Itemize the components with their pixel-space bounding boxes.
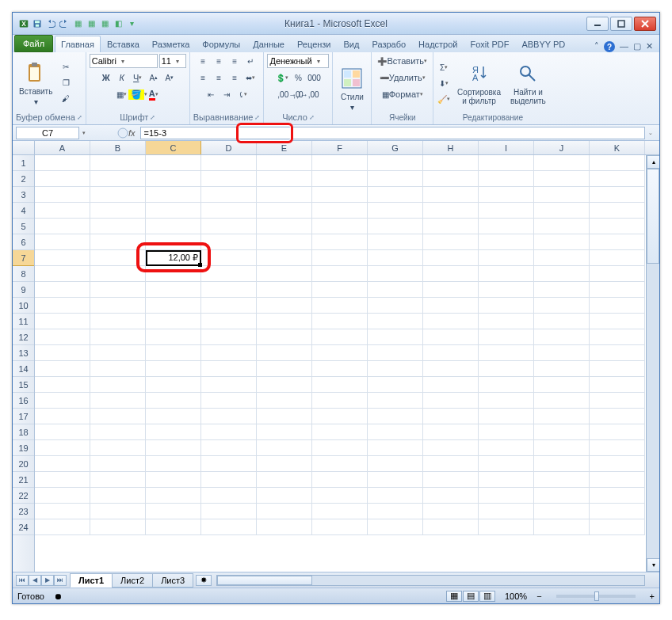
cell[interactable] [146,298,201,314]
cell[interactable] [590,424,645,440]
cell[interactable] [479,234,534,250]
page-break-view-icon[interactable]: ▥ [479,591,495,602]
cell[interactable] [368,171,423,187]
cell[interactable] [90,234,146,250]
zoom-level[interactable]: 100% [505,591,527,601]
cell[interactable] [90,345,146,361]
expand-formula-bar-icon[interactable]: ⌄ [645,130,656,136]
cell[interactable] [35,361,90,377]
scroll-thumb[interactable] [647,169,659,264]
qa-icon[interactable]: ▦ [71,17,84,30]
cell[interactable] [312,440,368,456]
cell[interactable] [368,282,423,298]
redo-icon[interactable] [58,17,71,30]
delete-cells-button[interactable]: ➖ Удалить ▾ [377,70,428,85]
column-header[interactable]: C [146,141,201,154]
cell[interactable] [423,456,479,472]
cell[interactable] [312,298,368,314]
minimize-ribbon-icon[interactable]: ˄ [594,41,599,52]
close-button[interactable] [634,17,656,31]
cell[interactable] [368,504,423,519]
cell[interactable] [423,393,479,409]
cell[interactable] [35,250,90,266]
cell[interactable] [368,187,423,203]
sort-filter-button[interactable]: ЯА Сортировка и фильтр [454,59,504,107]
cell[interactable] [146,519,201,535]
cell[interactable] [90,298,146,314]
cell[interactable] [90,377,146,393]
cell[interactable] [146,504,201,519]
cell[interactable] [312,187,368,203]
cell[interactable] [35,377,90,393]
cell[interactable] [534,440,590,456]
row-header[interactable]: 3 [13,187,34,203]
cell[interactable] [479,345,534,361]
cell[interactable] [534,155,590,171]
cell[interactable] [479,282,534,298]
cell[interactable] [423,187,479,203]
select-all-corner[interactable] [13,141,35,154]
font-size-combo[interactable]: 11▾ [159,54,186,68]
cell[interactable] [257,155,312,171]
cell[interactable] [257,393,312,409]
cell[interactable] [35,155,90,171]
align-middle-icon[interactable]: ≡ [212,54,226,68]
cell[interactable] [479,155,534,171]
cell[interactable] [368,314,423,329]
row-header[interactable]: 7 [13,250,34,266]
cell[interactable] [201,171,257,187]
cell[interactable] [312,456,368,472]
cell[interactable] [423,171,479,187]
cell[interactable] [534,472,590,488]
cell[interactable] [146,329,201,345]
cell[interactable] [534,361,590,377]
fill-icon[interactable]: ⬇▾ [437,76,451,90]
cell[interactable] [35,488,90,504]
cell[interactable] [368,361,423,377]
cell[interactable] [479,472,534,488]
cell[interactable] [146,345,201,361]
macro-record-icon[interactable]: ⏺ [54,591,63,601]
cell[interactable] [590,440,645,456]
cell[interactable] [534,519,590,535]
row-header[interactable]: 12 [13,329,34,345]
tab-вид[interactable]: Вид [338,36,366,52]
column-header[interactable]: D [201,141,257,154]
cell[interactable] [534,298,590,314]
cell[interactable] [201,504,257,519]
cell[interactable] [479,519,534,535]
column-header[interactable]: H [423,141,479,154]
cell[interactable] [368,345,423,361]
cell[interactable] [590,155,645,171]
format-cells-button[interactable]: ▦ Формат ▾ [380,87,426,101]
cell[interactable] [423,155,479,171]
cell[interactable] [257,298,312,314]
cell[interactable] [534,219,590,234]
cell[interactable] [423,504,479,519]
column-header[interactable]: B [90,141,146,154]
cell[interactable] [590,409,645,424]
dialog-launcher-icon[interactable]: ⤢ [254,114,260,121]
dialog-launcher-icon[interactable]: ⤢ [77,114,82,121]
cell[interactable] [590,250,645,266]
column-header[interactable]: E [257,141,312,154]
cell[interactable] [368,488,423,504]
cell[interactable] [368,234,423,250]
cell[interactable] [368,377,423,393]
cell[interactable] [201,424,257,440]
cell[interactable] [201,409,257,424]
cell[interactable] [35,282,90,298]
cell[interactable] [35,472,90,488]
horizontal-scrollbar[interactable] [216,575,645,586]
cell[interactable] [257,234,312,250]
cell[interactable] [257,472,312,488]
cell[interactable] [590,504,645,519]
column-header[interactable]: A [35,141,90,154]
tab-рецензи[interactable]: Рецензи [291,36,338,52]
dialog-launcher-icon[interactable]: ⤢ [309,114,315,121]
cell[interactable] [257,519,312,535]
cell[interactable] [90,314,146,329]
column-header[interactable]: I [479,141,534,154]
cell[interactable] [146,234,201,250]
cell[interactable] [423,424,479,440]
